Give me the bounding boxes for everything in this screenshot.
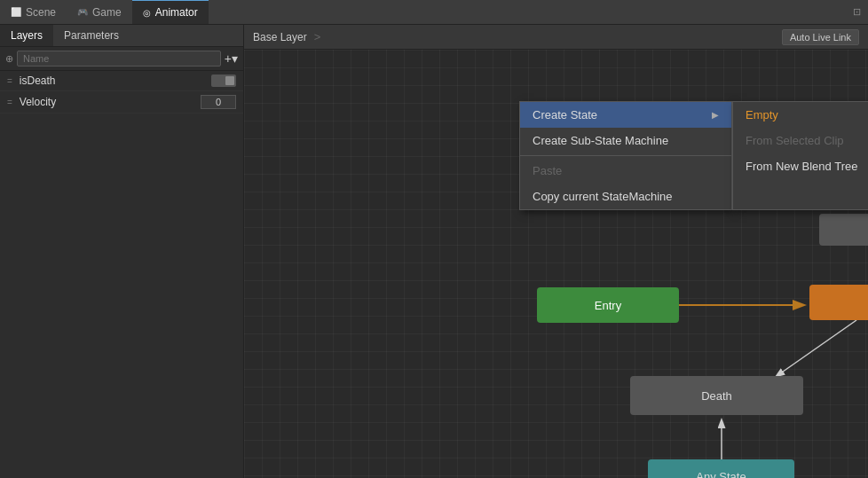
auto-live-link-button[interactable]: Auto Live Link bbox=[782, 29, 859, 45]
layers-tab[interactable]: Layers bbox=[0, 25, 53, 46]
submenu-item-from-new-blend-tree[interactable]: From New Blend Tree bbox=[733, 153, 868, 179]
left-panel: Layers Parameters ⊕ +▾ = isDeath = Veloc bbox=[0, 25, 244, 478]
animator-canvas[interactable]: Entry Idle Walk Death Any State Create S… bbox=[244, 50, 868, 478]
context-menu-overlay: Create State ▶ Create Sub-State Machine … bbox=[519, 101, 868, 210]
svg-line-3 bbox=[777, 320, 856, 376]
animator-header: Base Layer > Auto Live Link bbox=[244, 25, 868, 50]
tab-scene[interactable]: ⬜ Scene bbox=[0, 0, 67, 24]
menu-divider bbox=[520, 155, 731, 156]
context-menu: Create State ▶ Create Sub-State Machine … bbox=[519, 101, 732, 210]
state-anystate[interactable]: Any State bbox=[648, 459, 794, 478]
tab-bar: ⬜ Scene 🎮 Game ◎ Animator ⊡ bbox=[0, 0, 868, 25]
search-icon: ⊕ bbox=[5, 53, 13, 65]
state-idle[interactable]: Idle bbox=[809, 285, 868, 320]
param-toggle-isdeath[interactable] bbox=[211, 74, 236, 87]
param-name: isDeath bbox=[20, 74, 204, 87]
state-walk[interactable]: Walk bbox=[819, 214, 868, 246]
state-death[interactable]: Death bbox=[630, 376, 803, 415]
right-panel: Base Layer > Auto Live Link bbox=[244, 25, 868, 478]
menu-item-create-state[interactable]: Create State ▶ bbox=[520, 102, 731, 128]
parameters-tab[interactable]: Parameters bbox=[53, 25, 130, 46]
state-entry[interactable]: Entry bbox=[537, 287, 679, 323]
submenu: Empty From Selected Clip From New Blend … bbox=[732, 101, 868, 210]
param-name: Velocity bbox=[20, 96, 193, 108]
chevron-right-icon: ▶ bbox=[712, 110, 719, 120]
breadcrumb: Base Layer bbox=[253, 31, 307, 43]
panel-toolbar: ⊕ +▾ bbox=[0, 47, 243, 71]
content-area: Layers Parameters ⊕ +▾ = isDeath = Veloc bbox=[0, 25, 868, 478]
breadcrumb-separator: > bbox=[314, 30, 321, 43]
animator-icon: ◎ bbox=[143, 8, 151, 18]
submenu-item-from-selected-clip: From Selected Clip bbox=[733, 128, 868, 153]
menu-item-paste: Paste bbox=[520, 158, 731, 184]
param-item: = Velocity bbox=[0, 91, 243, 114]
menu-item-create-substatemachine[interactable]: Create Sub-State Machine bbox=[520, 128, 731, 153]
param-item: = isDeath bbox=[0, 71, 243, 91]
search-input[interactable] bbox=[17, 51, 221, 67]
tab-game-label: Game bbox=[92, 6, 122, 19]
window-resize-icon: ⊡ bbox=[853, 6, 868, 18]
tab-game[interactable]: 🎮 Game bbox=[67, 0, 132, 24]
game-icon: 🎮 bbox=[77, 7, 88, 17]
param-velocity-input[interactable] bbox=[201, 95, 236, 109]
param-list: = isDeath = Velocity bbox=[0, 71, 243, 478]
panel-tabs: Layers Parameters bbox=[0, 25, 243, 47]
param-equals-icon: = bbox=[7, 98, 12, 107]
menu-item-copy-statemachine[interactable]: Copy current StateMachine bbox=[520, 184, 731, 209]
param-equals-icon: = bbox=[7, 76, 12, 86]
scene-icon: ⬜ bbox=[11, 7, 21, 17]
tab-animator-label: Animator bbox=[155, 6, 198, 19]
tab-animator[interactable]: ◎ Animator bbox=[132, 0, 209, 24]
add-param-button[interactable]: +▾ bbox=[225, 51, 238, 66]
submenu-item-empty[interactable]: Empty bbox=[733, 102, 868, 128]
tab-scene-label: Scene bbox=[26, 6, 56, 19]
